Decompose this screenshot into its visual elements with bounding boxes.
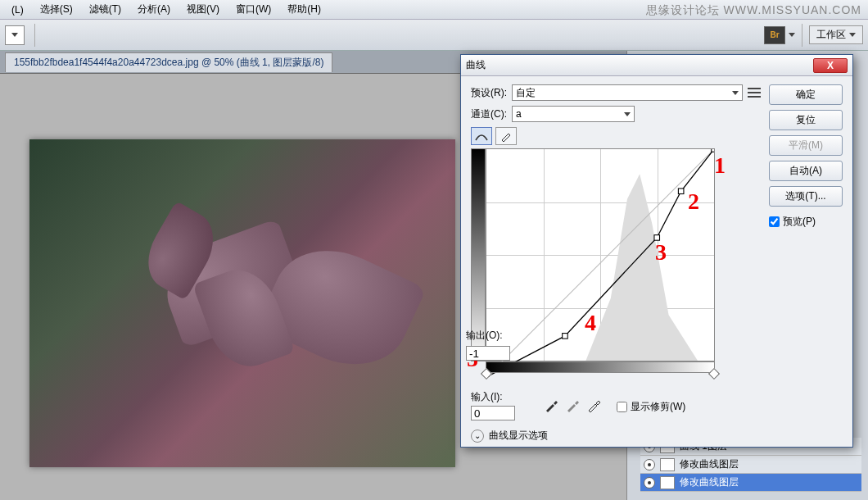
menu-item[interactable]: 帮助(H)	[281, 1, 328, 18]
tool-preset-dropdown[interactable]	[5, 25, 25, 45]
options-button[interactable]: 选项(T)...	[769, 186, 843, 207]
svg-rect-3	[654, 235, 660, 241]
curve-options-label: 曲线显示选项	[489, 429, 548, 443]
document-tab[interactable]: 155fbb2fbdea1f4544f4a20a44723dcea.jpg @ …	[5, 52, 332, 72]
preset-label: 预设(R):	[471, 86, 507, 100]
input-label: 输入(I):	[471, 390, 515, 404]
curves-dialog: 曲线 X 预设(R): 自定 通道(C): a	[460, 54, 853, 448]
layer-name: 修改曲线图层	[680, 475, 739, 489]
annotation-1: 1	[714, 152, 726, 179]
watermark: 思缘设计论坛 WWW.MISSYUAN.COM	[646, 3, 861, 18]
separator	[34, 24, 35, 47]
preview-checkbox[interactable]	[769, 216, 780, 227]
svg-rect-2	[563, 334, 568, 339]
pencil-icon	[500, 130, 512, 142]
layer-thumbnail	[660, 476, 675, 489]
channel-label: 通道(C):	[471, 107, 507, 121]
workspace-dropdown[interactable]: 工作区	[809, 25, 863, 44]
menu-item[interactable]: 窗口(W)	[229, 1, 278, 18]
curve-icon	[474, 130, 489, 142]
curve-point-tool[interactable]	[471, 127, 492, 145]
black-eyedropper[interactable]	[543, 398, 559, 414]
show-clipping-label: 显示修剪(W)	[631, 400, 685, 414]
options-bar: Br 工作区	[0, 20, 868, 51]
curve-pencil-tool[interactable]	[495, 127, 517, 145]
chevron-down-icon	[789, 33, 795, 37]
preset-value: 自定	[516, 86, 536, 100]
chevron-down-icon	[732, 91, 739, 95]
layer-row[interactable]: 修改曲线图层	[640, 474, 861, 492]
menu-item[interactable]: 选择(S)	[34, 1, 79, 18]
layer-name: 修改曲线图层	[680, 457, 739, 471]
channel-dropdown[interactable]: a	[512, 106, 635, 122]
output-input[interactable]	[466, 346, 510, 361]
menu-item[interactable]: 视图(V)	[180, 1, 226, 18]
white-eyedropper[interactable]	[585, 398, 602, 414]
chevron-down-icon	[11, 33, 18, 37]
svg-rect-5	[712, 149, 714, 152]
smooth-button[interactable]: 平滑(M)	[769, 135, 843, 156]
preset-menu-icon[interactable]	[748, 88, 761, 98]
workspace-label: 工作区	[816, 28, 846, 42]
auto-button[interactable]: 自动(A)	[769, 161, 843, 181]
chevron-down-icon	[624, 112, 631, 116]
bridge-icon[interactable]: Br	[764, 26, 785, 44]
close-button[interactable]: X	[813, 58, 848, 73]
menu-item[interactable]: 滤镜(T)	[83, 1, 128, 18]
ok-button[interactable]: 确定	[769, 84, 843, 105]
menu-item[interactable]: (L)	[5, 2, 30, 17]
visibility-icon[interactable]	[644, 477, 655, 489]
layer-thumbnail	[660, 458, 675, 471]
visibility-icon[interactable]	[644, 459, 655, 470]
svg-rect-4	[678, 189, 684, 194]
separator	[802, 24, 802, 47]
menu-item[interactable]: 分析(A)	[131, 1, 177, 18]
reset-button[interactable]: 复位	[769, 110, 843, 130]
output-label: 输出(O):	[466, 329, 503, 343]
expand-toggle[interactable]: ⌄	[471, 430, 484, 443]
preview-label: 预览(P)	[783, 215, 816, 229]
preset-dropdown[interactable]: 自定	[512, 84, 743, 101]
input-input[interactable]	[471, 406, 515, 420]
input-gradient	[486, 361, 715, 373]
channel-value: a	[516, 108, 522, 120]
gray-eyedropper[interactable]	[564, 398, 581, 414]
dialog-titlebar[interactable]: 曲线 X	[461, 55, 852, 76]
layer-row[interactable]: 修改曲线图层	[640, 456, 861, 474]
chevron-down-icon	[849, 33, 856, 37]
show-clipping-checkbox[interactable]	[617, 402, 627, 412]
document-image	[29, 139, 455, 467]
dialog-title: 曲线	[466, 58, 813, 72]
